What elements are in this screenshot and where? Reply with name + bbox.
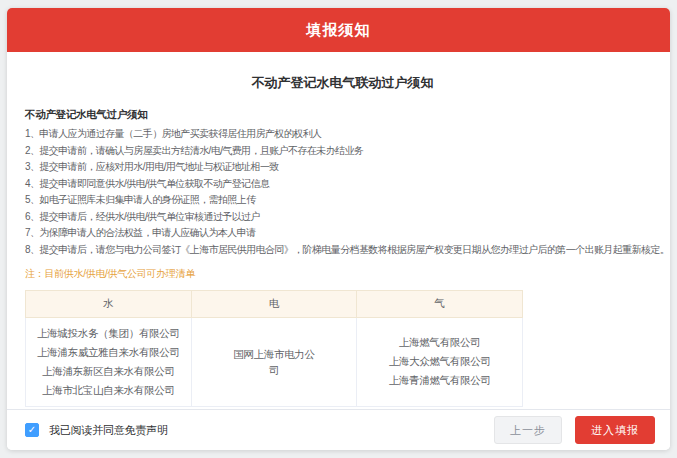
notice-item-2: 2、提交申请前，请确认与房屋卖出方结清水/电/气费用，且账户不存在未办结业务	[25, 146, 660, 156]
agree-label: 我已阅读并同意免责声明	[49, 423, 168, 438]
notice-item-5: 5、如电子证照库未归集申请人的身份证照，需拍照上传	[25, 195, 660, 205]
electric-company-1: 国网上海市电力公司	[229, 346, 319, 378]
water-company-2: 上海浦东威立雅自来水有限公司	[30, 343, 187, 362]
notice-subtitle: 不动产登记水电气联动过户须知	[25, 74, 660, 92]
agree-checkbox[interactable]: ✓	[25, 423, 39, 437]
table-body-row: 上海城投水务（集团）有限公司 上海浦东威立雅自来水有限公司 上海浦东新区自来水有…	[26, 317, 523, 406]
notice-item-1: 1、申请人应为通过存量（二手）房地产买卖获得居住用房产权的权利人	[25, 129, 660, 139]
notice-dialog: 填报须知 不动产登记水电气联动过户须知 不动产登记水电气过户须知 1、申请人应为…	[7, 8, 670, 450]
previous-step-button[interactable]: 上一步	[494, 416, 562, 444]
notice-item-6: 6、提交申请后，经供水/供电/供气单位审核通过予以过户	[25, 212, 660, 222]
dialog-footer: ✓ 我已阅读并同意免责声明 上一步 进入填报	[7, 409, 670, 450]
water-company-3: 上海浦东新区自来水有限公司	[30, 362, 187, 381]
dialog-header: 填报须知	[7, 8, 670, 52]
companies-table: 水 电 气 上海城投水务（集团）有限公司 上海浦东威立雅自来水有限公司 上海浦东…	[25, 290, 523, 407]
gas-company-1: 上海燃气有限公司	[361, 333, 518, 352]
table-cell-gas: 上海燃气有限公司 上海大众燃气有限公司 上海青浦燃气有限公司	[357, 317, 523, 406]
water-company-4: 上海市北宝山自来水有限公司	[30, 381, 187, 400]
table-cell-water: 上海城投水务（集团）有限公司 上海浦东威立雅自来水有限公司 上海浦东新区自来水有…	[26, 317, 192, 406]
table-cell-electric: 国网上海市电力公司	[191, 317, 357, 406]
notice-item-3: 3、提交申请前，应核对用水/用电/用气地址与权证地址相一致	[25, 162, 660, 172]
table-header-row: 水 电 气	[26, 290, 523, 317]
footer-buttons: 上一步 进入填报	[494, 416, 655, 444]
notice-item-8: 8、提交申请后，请您与电力公司签订《上海市居民供用电合同》，阶梯电量分档基数将根…	[25, 245, 660, 255]
check-icon: ✓	[28, 425, 36, 435]
agree-row[interactable]: ✓ 我已阅读并同意免责声明	[25, 423, 168, 438]
water-company-1: 上海城投水务（集团）有限公司	[30, 324, 187, 343]
gas-company-3: 上海青浦燃气有限公司	[361, 371, 518, 390]
notice-item-7: 7、为保障申请人的合法权益，申请人应确认为本人申请	[25, 228, 660, 238]
enter-filling-button[interactable]: 进入填报	[575, 416, 655, 444]
dialog-content: 不动产登记水电气联动过户须知 不动产登记水电气过户须知 1、申请人应为通过存量（…	[7, 52, 670, 409]
gas-company-2: 上海大众燃气有限公司	[361, 352, 518, 371]
note-text: 注：目前供水/供电/供气公司可办理清单	[25, 267, 660, 281]
table-header-gas: 气	[357, 290, 523, 317]
notice-list: 1、申请人应为通过存量（二手）房地产买卖获得居住用房产权的权利人 2、提交申请前…	[25, 129, 660, 255]
notice-item-4: 4、提交申请即同意供水/供电/供气单位获取不动产登记信息	[25, 179, 660, 189]
dialog-title: 填报须知	[307, 21, 371, 40]
section-title: 不动产登记水电气过户须知	[25, 108, 660, 122]
table-header-water: 水	[26, 290, 192, 317]
table-header-electric: 电	[191, 290, 357, 317]
